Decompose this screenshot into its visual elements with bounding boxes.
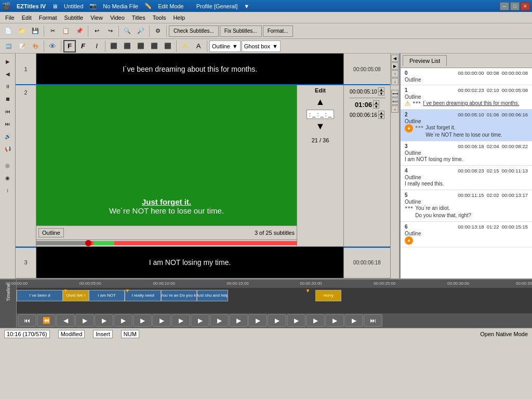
play-btn-4[interactable]: ▶	[75, 314, 94, 327]
cut-button[interactable]: ✂	[46, 25, 59, 37]
vert-btn-1[interactable]: ◀	[391, 55, 398, 62]
move-up-button[interactable]: ⬛	[148, 40, 161, 52]
save-button[interactable]: 💾	[29, 25, 42, 37]
progress-handle[interactable]	[85, 240, 91, 246]
play-btn-15[interactable]: ▶	[287, 314, 305, 327]
left-btn-8[interactable]: 📢	[2, 143, 14, 154]
menu-subtitle[interactable]: Subtitle	[61, 14, 87, 22]
duration-spinner[interactable]: ▲ ▼	[373, 100, 379, 109]
italic-button[interactable]: I	[90, 40, 103, 52]
subtitle-content-3[interactable]: I am NOT losing my time.	[36, 247, 343, 278]
left-btn-5[interactable]: ⏮	[2, 105, 14, 117]
redo-button[interactable]: ↪	[104, 25, 116, 37]
play-btn-12[interactable]: ▶	[229, 314, 248, 327]
menu-video[interactable]: Video	[107, 14, 128, 22]
play-btn-8[interactable]: ▶	[152, 314, 171, 327]
play-btn-3[interactable]: ◀	[56, 314, 75, 327]
progress-area[interactable]	[36, 240, 297, 246]
play-btn-17[interactable]: ▶	[325, 314, 344, 327]
vert-btn-7[interactable]: ⬥	[391, 105, 398, 113]
preview-list-tab[interactable]: Preview List	[403, 55, 447, 66]
menu-tools[interactable]: Tools	[150, 14, 169, 22]
align-right-button[interactable]: ⬛	[135, 40, 147, 52]
play-btn-10[interactable]: ▶	[191, 314, 209, 327]
subtitle-content-1[interactable]: I´ve been dreaming about this for months…	[36, 54, 343, 85]
fix-subtitles-button[interactable]: Fix Subtitles...	[220, 25, 262, 37]
left-btn-10[interactable]: ◉	[2, 172, 14, 183]
outline-dropdown-arrow[interactable]: ▼	[232, 43, 238, 49]
subtitle-content-2[interactable]: Just forget it. We´re NOT here to lose o…	[36, 85, 297, 246]
menu-view[interactable]: View	[87, 14, 106, 22]
profile-dropdown-icon[interactable]: ▼	[244, 3, 249, 9]
clip-6[interactable]: Just shu and help	[197, 290, 228, 301]
tb2-btn3[interactable]: 🎨	[29, 40, 42, 52]
play-btn-5[interactable]: ▶	[95, 314, 113, 327]
timeline-tracks[interactable]: 00:00:00:00 00:00:05:00 00:00:10:00 00:0…	[17, 280, 532, 328]
time-out-spinner[interactable]: ▲ ▼	[378, 111, 384, 119]
clip-1[interactable]: I´ve been d	[17, 290, 63, 301]
move-down-button[interactable]: ⬛	[162, 40, 174, 52]
progress-track[interactable]	[36, 241, 297, 245]
color-btn[interactable]: A	[179, 40, 191, 52]
preview-item-0[interactable]: 0 00:00:00:00 00:08 00:00:00:08 Outline	[401, 68, 532, 85]
menu-file[interactable]: File	[2, 14, 18, 22]
menu-help[interactable]: Help	[170, 14, 188, 22]
clip-4[interactable]: I really need	[125, 290, 161, 301]
clip-7[interactable]: Hurry	[315, 290, 341, 301]
bold-button[interactable]: F	[63, 40, 76, 52]
play-btn-19[interactable]: ⏭	[364, 314, 382, 327]
menu-titles[interactable]: Titles	[129, 14, 149, 22]
tb2-btn1[interactable]: 🔤	[2, 40, 15, 52]
tb2-btn2[interactable]: 📝	[16, 40, 28, 52]
settings-button[interactable]: ⚙	[152, 25, 164, 37]
play-btn-2[interactable]: ⏪	[37, 314, 56, 327]
color-bg-btn[interactable]: A	[192, 40, 205, 52]
left-btn-6[interactable]: ⏭	[2, 118, 14, 129]
vert-btn-5[interactable]: ⟷	[391, 90, 398, 97]
copy-button[interactable]: 📋	[60, 25, 72, 37]
down-arrow-button[interactable]: ▼	[316, 121, 325, 132]
check-subtitles-button[interactable]: Check Subtitles...	[169, 25, 219, 37]
left-btn-1[interactable]: ▶	[2, 56, 14, 67]
vert-btn-2[interactable]: ▶	[391, 62, 398, 70]
subtitle-row-2[interactable]: 2 Just forget it. We´re NOT here to lose…	[16, 85, 390, 247]
menu-format[interactable]: Format	[36, 14, 60, 22]
play-btn-7[interactable]: ▶	[133, 314, 152, 327]
left-btn-3[interactable]: ⏸	[2, 81, 14, 92]
clip-3[interactable]: I am NOT	[89, 290, 125, 301]
open-button[interactable]: 📁	[16, 25, 28, 37]
zoom-in-button[interactable]: 🔍	[121, 25, 134, 37]
new-button[interactable]: 📄	[2, 25, 15, 37]
play-btn-13[interactable]: ▶	[248, 314, 267, 327]
preview-item-6[interactable]: 6 00:00:13:18 01:22 00:00:15:15 Outline …	[401, 222, 532, 247]
left-btn-11[interactable]: ↕	[2, 184, 14, 196]
time-in-down[interactable]: ▼	[378, 91, 384, 96]
play-btn-9[interactable]: ▶	[171, 314, 190, 327]
paste-button[interactable]: 📌	[73, 25, 86, 37]
preview-item-1[interactable]: 1 00:00:02:23 02:10 00:00:05:08 Outline …	[401, 85, 532, 110]
menu-edit[interactable]: Edit	[19, 14, 35, 22]
align-center-button[interactable]: ⬛	[121, 40, 134, 52]
preview-list[interactable]: 0 00:00:00:00 00:08 00:00:00:08 Outline …	[401, 68, 532, 278]
ghostbox-dropdown[interactable]: Ghost box ▼	[242, 41, 281, 52]
subtitle-video-2[interactable]: Just forget it. We´re NOT here to lose o…	[36, 85, 297, 225]
vert-btn-6[interactable]: ⟸	[391, 98, 398, 105]
maximize-button[interactable]: □	[510, 2, 520, 10]
preview-item-3[interactable]: 3 00:00:06:18 02:04 00:00:08:22 Outline …	[401, 141, 532, 166]
undo-button[interactable]: ↩	[90, 25, 103, 37]
play-btn-14[interactable]: ▶	[268, 314, 286, 327]
left-btn-2[interactable]: ◀	[2, 68, 14, 79]
time-out-down[interactable]: ▼	[378, 115, 384, 119]
time-in-spinner[interactable]: ▲ ▼	[378, 87, 384, 96]
time-input[interactable]: : _ : _ : _	[307, 110, 334, 119]
format-button[interactable]: Format...	[263, 25, 293, 37]
align-left-button[interactable]: ⬛	[108, 40, 120, 52]
play-btn-16[interactable]: ▶	[306, 314, 325, 327]
left-btn-4[interactable]: ⏹	[2, 93, 14, 104]
clip-5[interactable]: You´re an Do you kr	[161, 290, 197, 301]
up-arrow-button[interactable]: ▲	[316, 97, 325, 108]
ghostbox-dropdown-arrow[interactable]: ▼	[272, 43, 278, 49]
play-btn-18[interactable]: ▶	[344, 314, 363, 327]
minimize-button[interactable]: ─	[500, 2, 509, 10]
duration-down[interactable]: ▼	[373, 104, 379, 109]
